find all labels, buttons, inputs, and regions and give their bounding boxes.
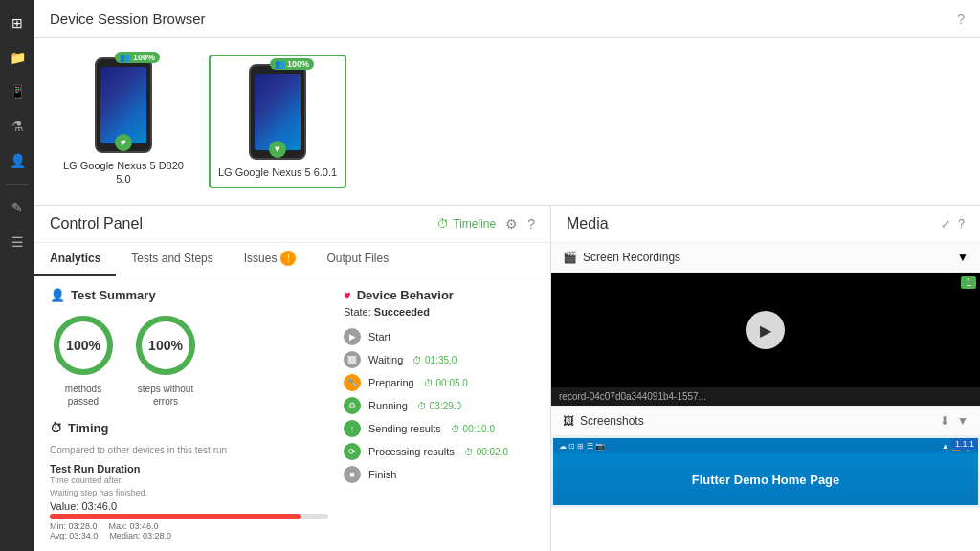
sending-icon: ↑ (344, 420, 361, 437)
timing-run-desc: Time counted afterWaiting step has finis… (50, 474, 328, 498)
device-name-1: LG Google Nexus 5 6.0.1 (218, 165, 337, 179)
timing-run-bar (50, 514, 328, 519)
timing-run-median: Median: 03:28.0 (109, 531, 171, 540)
timing-run-avg: Avg: 03:34.0 (50, 531, 98, 540)
start-icon: ▶ (344, 328, 361, 345)
sidebar-item-folder[interactable]: 📁 (2, 42, 33, 73)
device-card-1[interactable]: 👥 100% ♥ LG Google Nexus 5 6.0.1 (209, 55, 346, 188)
help-icon[interactable]: ? (957, 11, 965, 27)
gauge-steps-circle: 100% (132, 312, 199, 379)
sidebar-separator (6, 184, 29, 185)
screen-recordings-dropdown[interactable]: ▼ (957, 251, 969, 264)
film-icon: 🎬 (563, 251, 577, 264)
issues-badge: ! (280, 251, 296, 266)
screenshots-header[interactable]: 🖼 Screenshots ⬇ ▼ (551, 407, 980, 436)
finish-icon: ■ (344, 466, 361, 483)
timing-title: ⏱ Timing (50, 421, 328, 435)
behavior-finish: ■ Finish (344, 463, 535, 486)
sidebar-item-user[interactable]: 👤 (2, 145, 33, 176)
sidebar: ⊞ 📁 📱 ⚗ 👤 ✎ ☰ (0, 0, 34, 551)
timeline-label: Timeline (453, 217, 496, 231)
preparing-label: Preparing (368, 377, 414, 388)
tab-tests-steps[interactable]: Tests and Steps (116, 243, 228, 276)
control-panel-header: Control Panel ⏱ Timeline ⚙ ? (34, 206, 550, 243)
processing-label: Processing results (368, 446, 455, 457)
recording-thumbnail[interactable]: 1 ▶ (551, 273, 980, 387)
timing-section: ⏱ Timing Compared to other devices in th… (50, 421, 328, 551)
tabs: Analytics Tests and Steps Issues ! Outpu… (34, 243, 550, 276)
heart-icon: ♥ (344, 288, 351, 302)
screenshots-dropdown[interactable]: ▼ (957, 414, 969, 428)
processing-time: ⏱ 00:02.0 (464, 447, 508, 457)
running-time: ⏱ 03:29.0 (417, 401, 461, 411)
screenshots-section: 🖼 Screenshots ⬇ ▼ ☁ ⊡ ⊞ ☰ 📷 ▲ 📶 🔋 (551, 407, 980, 508)
preparing-icon: 🔧 (344, 374, 361, 391)
sidebar-item-phone[interactable]: 📱 (2, 77, 33, 107)
screenshot-phone-screen: ☁ ⊡ ⊞ ☰ 📷 ▲ 📶 🔋 1.1.1 Flutter Demo Home … (553, 438, 978, 505)
sidebar-item-grid[interactable]: ⊞ (2, 8, 33, 38)
state-value: Succeeded (374, 306, 430, 318)
device-browser: 👥 100% ♥ LG Google Nexus 5 D8205.0 👥 100… (34, 38, 980, 206)
device-phone-wrapper-1: 👥 100% ♥ (249, 64, 306, 160)
sidebar-item-menu[interactable]: ☰ (2, 227, 33, 257)
timeline-button[interactable]: ⏱ Timeline (437, 217, 496, 231)
state-line: State: Succeeded (344, 306, 535, 318)
control-panel-title: Control Panel (50, 215, 143, 232)
download-icon[interactable]: ⬇ (940, 414, 949, 428)
analytics-left: 👤 Test Summary 100% (50, 288, 328, 540)
device-health-0: ♥ (115, 134, 132, 151)
gauges-row: 100% methodspassed 100% (50, 312, 328, 408)
timing-subtitle: Compared to other devices in this test r… (50, 445, 328, 455)
screenshot-icon: 🖼 (563, 414, 574, 428)
help-icon-media[interactable]: ? (958, 217, 965, 231)
waiting-icon: ⬜ (344, 351, 361, 368)
running-label: Running (368, 400, 408, 411)
screen-recordings-title: 🎬 Screen Recordings (563, 251, 680, 264)
device-behavior-title: ♥ Device Behavior (344, 288, 535, 302)
sending-time: ⏱ 00:10.0 (451, 424, 495, 434)
analytics-tab-content: 👤 Test Summary 100% (34, 276, 550, 551)
behavior-start: ▶ Start (344, 325, 535, 348)
main-content: Device Session Browser ? 👥 100% ♥ LG Goo… (34, 0, 980, 551)
timing-run-bar-fill (50, 514, 301, 519)
timing-run-max: Max: 03:46.0 (109, 521, 159, 531)
gauge-steps: 100% steps withouterrors (132, 312, 199, 408)
gear-icon[interactable]: ⚙ (505, 216, 518, 231)
gauge-methods: 100% methodspassed (50, 312, 117, 408)
timing-run-title: Test Run Duration (50, 463, 328, 474)
control-panel: Control Panel ⏱ Timeline ⚙ ? Analytics T… (34, 206, 551, 551)
timing-run-stats: Min: 03:28.0 Max: 03:46.0 (50, 521, 328, 531)
screenshot-app-title: Flutter Demo Home Page (692, 473, 840, 487)
media-content: 🎬 Screen Recordings ▼ 1 ▶ record-04c07d0… (551, 243, 980, 551)
expand-icon[interactable]: ⤢ (941, 217, 950, 231)
screen-recordings-header[interactable]: 🎬 Screen Recordings ▼ (551, 243, 980, 273)
top-bar: Device Session Browser ? (34, 0, 980, 38)
screenshot-thumbnail: ☁ ⊡ ⊞ ☰ 📷 ▲ 📶 🔋 1.1.1 Flutter Demo Home … (551, 436, 980, 507)
state-label: State: (344, 306, 371, 318)
recording-label: record-04c07d0a344091b4-1557... (551, 387, 980, 406)
waiting-label: Waiting (368, 354, 403, 365)
help-icon-cp[interactable]: ? (527, 216, 535, 231)
timing-run-stats2: Avg: 03:34.0 Median: 03:28.0 (50, 531, 328, 540)
control-panel-actions: ⏱ Timeline ⚙ ? (437, 216, 535, 231)
tab-issues[interactable]: Issues ! (229, 243, 312, 276)
timing-run-min: Min: 03:28.0 (50, 521, 98, 531)
media-header-actions: ⤢ ? (941, 217, 965, 231)
tab-output-files[interactable]: Output Files (311, 243, 404, 276)
sidebar-item-edit[interactable]: ✎ (2, 192, 33, 223)
device-name-0: LG Google Nexus 5 D8205.0 (63, 159, 184, 187)
play-button[interactable]: ▶ (746, 311, 785, 349)
device-health-1: ♥ (269, 141, 286, 158)
gauge-methods-label: methodspassed (65, 383, 101, 408)
sidebar-item-flask[interactable]: ⚗ (2, 111, 33, 142)
preparing-time: ⏱ 00:05.0 (424, 378, 468, 388)
media-panel: Media ⤢ ? 🎬 Screen Recordings ▼ (551, 206, 980, 551)
page-title: Device Session Browser (50, 11, 206, 27)
tab-analytics[interactable]: Analytics (34, 243, 116, 276)
screenshots-actions: ⬇ ▼ (940, 414, 969, 428)
behavior-waiting: ⬜ Waiting ⏱ 01:35.0 (344, 348, 535, 371)
device-card-0[interactable]: 👥 100% ♥ LG Google Nexus 5 D8205.0 (54, 48, 193, 196)
analytics-right: ♥ Device Behavior State: Succeeded ▶ Sta… (344, 288, 535, 540)
running-icon: ⚙ (344, 397, 361, 414)
media-title: Media (567, 215, 609, 232)
